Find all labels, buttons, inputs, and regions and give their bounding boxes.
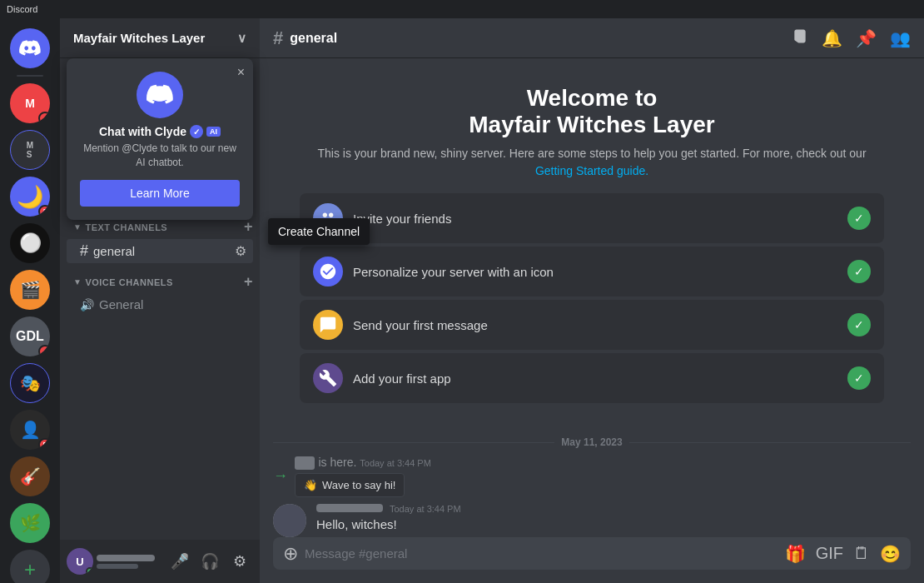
user-avatar: U (67, 548, 93, 575)
channel-name: general (93, 244, 135, 258)
system-message-content: is here. Today at 3:44 PM 👋 Wave to say … (295, 455, 431, 497)
add-file-button[interactable]: ⊕ (283, 543, 298, 565)
message-input-area: ⊕ 🎁 GIF 🗒 😊 (260, 537, 924, 583)
title-bar: Discord (0, 0, 924, 18)
members-icon[interactable]: 👥 (890, 28, 911, 48)
server-icon-2[interactable]: MS (10, 130, 50, 170)
author-blur (316, 504, 383, 512)
header-icons: 🔔 📌 👥 (792, 27, 911, 48)
welcome-subtitle: This is your brand new, shiny server. He… (300, 145, 884, 180)
server-icon-4[interactable]: ⚪ (10, 223, 50, 263)
verified-icon: ✓ (190, 125, 203, 138)
add-text-channel-button[interactable]: + (244, 218, 253, 236)
message-content-1: Today at 3:44 PM Hello, witches! (316, 504, 911, 533)
checklist-item-invite[interactable]: Invite your friends ✓ (300, 193, 884, 243)
date-separator: May 11, 2023 (273, 436, 911, 448)
checklist-item-app[interactable]: Add your first app ✓ (300, 353, 884, 403)
voice-channels-label: VOICE CHANNELS (85, 277, 172, 287)
ai-badge: AI (206, 127, 221, 137)
notification-bell-icon[interactable]: 🔔 (822, 28, 842, 48)
user-settings-button[interactable]: ⚙ (226, 548, 253, 575)
learn-more-button[interactable]: Learn More (80, 180, 240, 207)
section-arrow-voice-icon: ▼ (73, 277, 82, 287)
chevron-down-icon: ∨ (237, 31, 246, 46)
wave-button[interactable]: 👋 Wave to say hi! (295, 473, 405, 497)
text-channels-section: ▼ TEXT CHANNELS + # general ⚙ (60, 215, 260, 263)
user-info (97, 555, 163, 569)
server-icon-5[interactable]: 🎬 (10, 270, 50, 310)
server-sidebar: M MS 🌙 3 ⚪ 🎬 GDL 🎭 👤 5 🎸 (0, 18, 60, 583)
close-icon[interactable]: × (237, 65, 245, 80)
badge-6 (38, 345, 50, 356)
main-content: # general 🔔 📌 👥 Welcome toMayfair Witche… (260, 18, 924, 583)
voice-channel-name: General (99, 297, 143, 311)
welcome-section: Welcome toMayfair Witches Layer This is … (273, 72, 911, 423)
checklist-personalize-icon (313, 257, 343, 287)
getting-started-link[interactable]: Getting Started guide. (535, 164, 648, 177)
add-server-button[interactable]: + (10, 550, 50, 583)
app-title: Discord (7, 4, 37, 14)
tooltip-text: Create Channel (278, 225, 360, 238)
clyde-popup: × Chat with Clyde ✓ AI Mention @Clyde to… (67, 58, 253, 220)
user-controls: 🎤 🎧 ⚙ (166, 548, 253, 575)
checklist-item-personalize[interactable]: Personalize your server with an icon ✓ (300, 247, 884, 296)
system-time: Today at 3:44 PM (360, 458, 431, 468)
discord-home-button[interactable] (10, 28, 50, 68)
messages-area[interactable]: Welcome toMayfair Witches Layer This is … (260, 58, 924, 537)
wave-emoji: 👋 (304, 479, 317, 491)
join-icon: → (273, 467, 288, 485)
sticker-icon[interactable]: 🗒 (853, 544, 870, 563)
checklist-message-icon (313, 310, 343, 340)
user-name-blur (97, 555, 155, 561)
section-arrow-icon: ▼ (73, 222, 82, 232)
channel-header: # general 🔔 📌 👥 (260, 18, 924, 58)
add-voice-channel-button[interactable]: + (244, 273, 253, 291)
user-status-dot (86, 567, 93, 575)
server-icon-7[interactable]: 🎭 (10, 363, 50, 403)
checklist-app-icon (313, 363, 343, 393)
server-name: Mayfair Witches Layer (73, 31, 205, 45)
welcome-title: Welcome toMayfair Witches Layer (300, 85, 884, 138)
chat-message-1: Today at 3:44 PM Hello, witches! (273, 504, 911, 537)
checklist-invite-check: ✓ (847, 207, 871, 230)
server-icon-3[interactable]: 🌙 3 (10, 177, 50, 217)
user-tag-blur (97, 564, 138, 569)
server-divider (17, 75, 43, 77)
checklist-item-message[interactable]: Send your first message ✓ (300, 300, 884, 350)
channel-item-general[interactable]: # general ⚙ (67, 239, 253, 263)
app-layout: M MS 🌙 3 ⚪ 🎬 GDL 🎭 👤 5 🎸 (0, 18, 924, 583)
gift-icon[interactable]: 🎁 (785, 544, 806, 564)
server-icon-8[interactable]: 👤 5 (10, 410, 50, 450)
server-icon-1[interactable]: M (10, 83, 50, 123)
clyde-title: Chat with Clyde ✓ AI (80, 125, 240, 138)
system-join-message: → is here. Today at 3:44 PM 👋 Wave to sa… (273, 455, 911, 497)
server-icon-9[interactable]: 🎸 (10, 456, 50, 496)
channel-sidebar: Mayfair Witches Layer ∨ × Chat with Clyd… (60, 18, 260, 583)
server-icon-6[interactable]: GDL (10, 316, 50, 356)
settings-icon[interactable]: ⚙ (235, 243, 246, 259)
message-avatar-1 (273, 504, 306, 537)
checklist: Invite your friends ✓ Personalize your s… (300, 193, 884, 403)
input-actions: 🎁 GIF 🗒 😊 (785, 544, 901, 564)
clyde-avatar (137, 72, 183, 118)
checklist-personalize-text: Personalize your server with an icon (353, 265, 837, 279)
gif-icon[interactable]: GIF (816, 544, 843, 563)
microphone-button[interactable]: 🎤 (166, 548, 193, 575)
voice-channels-header[interactable]: ▼ VOICE CHANNELS + (60, 270, 260, 294)
blurred-username (295, 456, 315, 470)
checklist-app-check: ✓ (847, 366, 871, 390)
server-header[interactable]: Mayfair Witches Layer ∨ (60, 18, 260, 58)
server-icon-10[interactable]: 🌿 (10, 503, 50, 543)
text-channels-label: TEXT CHANNELS (85, 222, 167, 232)
emoji-icon[interactable]: 😊 (880, 544, 901, 564)
checklist-invite-text: Invite your friends (353, 212, 837, 226)
pin-icon[interactable]: 📌 (856, 28, 877, 48)
message-input[interactable] (305, 537, 778, 570)
hash-icon: # (80, 242, 88, 260)
channel-header-name: general (290, 31, 337, 46)
wave-label: Wave to say hi! (322, 479, 395, 491)
channels-list: ▼ TEXT CHANNELS + # general ⚙ (60, 208, 260, 540)
headset-button[interactable]: 🎧 (196, 548, 223, 575)
voice-channel-general[interactable]: 🔊 General (67, 294, 253, 315)
add-channel-icon[interactable] (792, 27, 808, 48)
